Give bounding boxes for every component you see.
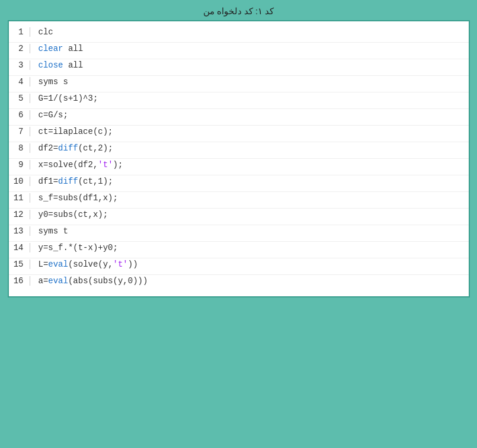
code-line: 9x=solve(df2,'t'); xyxy=(9,159,469,175)
code-line: 5G=1/(s+1)^3; xyxy=(9,92,469,109)
line-number: 12 xyxy=(9,210,30,219)
code-line: 7ct=ilaplace(c); xyxy=(9,126,469,142)
line-number: 5 xyxy=(9,94,30,103)
line-content: clc xyxy=(30,27,53,37)
line-content: syms t xyxy=(30,226,68,236)
line-content: df2=diff(ct,2); xyxy=(30,143,113,153)
line-number: 11 xyxy=(9,193,30,203)
code-line: 6c=G/s; xyxy=(9,109,469,126)
line-content: c=G/s; xyxy=(30,110,68,120)
line-number: 3 xyxy=(9,60,30,70)
line-number: 1 xyxy=(9,27,30,37)
code-line: 10df1=diff(ct,1); xyxy=(9,175,469,192)
line-content: close all xyxy=(30,60,84,70)
code-line: 4syms s xyxy=(9,76,469,92)
page-title: کد ۱: کد دلخواه من xyxy=(6,6,471,17)
line-content: s_f=subs(df1,x); xyxy=(30,193,118,203)
line-number: 15 xyxy=(9,260,30,269)
code-line: 3close all xyxy=(9,59,469,76)
code-line: 2clear all xyxy=(9,43,469,59)
line-content: y=s_f.*(t-x)+y0; xyxy=(30,243,118,252)
line-content: x=solve(df2,'t'); xyxy=(30,160,123,169)
line-content: a=eval(abs(subs(y,0))) xyxy=(30,276,148,286)
line-number: 9 xyxy=(9,160,30,169)
code-line: 14y=s_f.*(t-x)+y0; xyxy=(9,242,469,258)
line-number: 14 xyxy=(9,243,30,252)
line-number: 16 xyxy=(9,276,30,286)
code-line: 13syms t xyxy=(9,225,469,242)
code-line: 12y0=subs(ct,x); xyxy=(9,209,469,225)
line-number: 8 xyxy=(9,143,30,153)
line-content: clear all xyxy=(30,44,84,53)
line-content: L=eval(solve(y,'t')) xyxy=(30,260,138,269)
line-content: y0=subs(ct,x); xyxy=(30,210,108,219)
code-line: 8df2=diff(ct,2); xyxy=(9,142,469,159)
code-line: 1clc xyxy=(9,26,469,43)
line-number: 7 xyxy=(9,127,30,136)
code-line: 16a=eval(abs(subs(y,0))) xyxy=(9,275,469,292)
line-number: 4 xyxy=(9,77,30,87)
line-number: 10 xyxy=(9,177,30,186)
line-content: syms s xyxy=(30,77,68,87)
line-content: G=1/(s+1)^3; xyxy=(30,94,98,103)
code-block: 1clc2clear all3close all4syms s5G=1/(s+1… xyxy=(8,20,470,297)
line-number: 2 xyxy=(9,44,30,53)
line-number: 13 xyxy=(9,226,30,236)
line-content: df1=diff(ct,1); xyxy=(30,177,113,186)
line-number: 6 xyxy=(9,110,30,120)
code-line: 15L=eval(solve(y,'t')) xyxy=(9,258,469,275)
line-content: ct=ilaplace(c); xyxy=(30,127,113,136)
code-line: 11s_f=subs(df1,x); xyxy=(9,192,469,209)
